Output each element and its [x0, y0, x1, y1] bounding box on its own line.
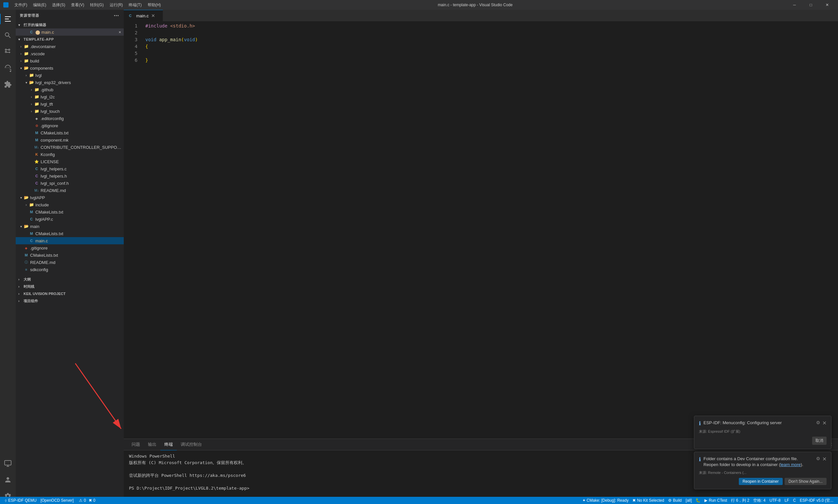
tree-readme-md[interactable]: M↓ README.md: [16, 187, 124, 194]
menu-goto[interactable]: 转到(G): [87, 2, 106, 8]
open-file-main-c[interactable]: C ⬤ main.c ✕: [16, 29, 124, 36]
status-line-col[interactable]: 行 6，列 2: [729, 497, 751, 504]
status-esp-idf[interactable]: ESP-IDF v5.0 (官...: [798, 497, 835, 504]
learn-more-link[interactable]: learn more: [780, 462, 801, 467]
menu-edit[interactable]: 编辑(E): [31, 2, 49, 8]
code-editor[interactable]: #include <stdio.h> void app_main ( void …: [140, 21, 838, 438]
tree-cmakelists2[interactable]: M CMakeLists.txt: [16, 129, 124, 137]
tab-output[interactable]: 输出: [144, 439, 160, 450]
tree-main-folder[interactable]: ▾ 📂 main: [16, 223, 124, 230]
close-button[interactable]: ✕: [820, 0, 835, 10]
tree-build[interactable]: › 📁 build: [16, 57, 124, 65]
tree-label: CMakeLists.txt: [35, 210, 63, 215]
project-section[interactable]: ▾ TEMPLATE-APP: [16, 36, 124, 43]
brace-close: }: [145, 57, 148, 64]
tree-main-c[interactable]: C main.c: [16, 237, 124, 244]
tree-gitignore-root[interactable]: ◈ .gitignore: [16, 244, 124, 252]
activity-accounts[interactable]: [0, 472, 16, 488]
status-lang[interactable]: C: [791, 497, 798, 504]
menu-help[interactable]: 帮助(H): [145, 2, 164, 8]
activity-run-debug[interactable]: [0, 60, 16, 76]
status-debug[interactable]: 🐛: [694, 497, 702, 504]
activity-remote[interactable]: [0, 455, 16, 471]
line-num-2: 2: [126, 30, 138, 36]
status-no-kit[interactable]: ✖ No Kit Selected: [630, 497, 666, 504]
status-errors[interactable]: ⚠ 0 ✖ 0: [77, 497, 97, 504]
notif-esp-cancel-button[interactable]: 取消: [812, 437, 826, 445]
status-cmake[interactable]: ✦ CMake: [Debug]: Ready: [580, 497, 630, 504]
tree-lvgl-tft[interactable]: › 📁 lvgl_tft: [16, 101, 124, 108]
tree-editorconfig[interactable]: ◈ .editorconfig: [16, 115, 124, 122]
tree-kconfig[interactable]: K Kconfig: [16, 151, 124, 158]
tree-lvglapp[interactable]: ▾ 📂 lvglAPP: [16, 194, 124, 201]
tree-cmakelists-lvglapp[interactable]: M CMakeLists.txt: [16, 208, 124, 216]
maximize-button[interactable]: □: [803, 0, 818, 10]
notif-container-gear-icon[interactable]: ⚙: [816, 456, 820, 462]
tree-lvglapp-c[interactable]: C lvglAPP.c: [16, 216, 124, 223]
menu-view[interactable]: 查看(V): [68, 2, 87, 8]
tree-lvgl-helpers-h[interactable]: C lvgl_helpers.h: [16, 173, 124, 180]
tree-gitignore2[interactable]: ⚙ .gitignore: [16, 122, 124, 129]
status-all[interactable]: [all]: [684, 497, 694, 504]
tab-main-c[interactable]: C main.c ✕: [124, 10, 163, 21]
menu-terminal[interactable]: 终端(T): [126, 2, 144, 8]
tree-label: build: [30, 58, 39, 64]
tree-componentmk[interactable]: M component.mk: [16, 137, 124, 144]
keil-section[interactable]: › KEIL UVISION PROJECT: [16, 290, 124, 297]
activity-extensions[interactable]: [0, 76, 16, 92]
warnings-label: 0: [93, 498, 95, 503]
tree-readme-root[interactable]: ⓘ README.md: [16, 259, 124, 266]
tree-lvgl-helpers-c[interactable]: C lvgl_helpers.c: [16, 165, 124, 173]
sidebar-content[interactable]: ▾ 打开的编辑器 C ⬤ main.c ✕ ▾ TEMPLATE-APP › 📁…: [16, 21, 124, 504]
new-file-button[interactable]: ⋯: [112, 12, 120, 19]
notif-esp-close-icon[interactable]: ✕: [822, 420, 826, 426]
notif-esp-gear-icon[interactable]: ⚙: [816, 420, 820, 426]
tab-close-button[interactable]: ✕: [151, 13, 156, 18]
status-eol[interactable]: LF: [783, 497, 791, 504]
notif-container-actions: Reopen in Container Don't Show Again...: [699, 478, 826, 485]
outline-section[interactable]: › 大纲: [16, 276, 124, 283]
status-openocd[interactable]: [OpenOCD Server]: [39, 497, 76, 504]
open-editors-section[interactable]: ▾ 打开的编辑器: [16, 21, 124, 29]
tree-lvgl-spi-conf-h[interactable]: C lvgl_spi_conf.h: [16, 180, 124, 187]
editor-area[interactable]: 1 2 3 4 5 6 #include <stdio.h> void app_…: [124, 21, 838, 438]
tree-devcontainer[interactable]: › 📁 .devcontainer: [16, 43, 124, 50]
tree-contribute[interactable]: M↓ CONTRIBUTE_CONTROLLER_SUPPORT.md: [16, 144, 124, 151]
menu-file[interactable]: 文件(F): [12, 2, 30, 8]
tree-github[interactable]: › 📁 .github: [16, 86, 124, 93]
status-spaces[interactable]: 空格: 4: [751, 497, 767, 504]
status-encoding[interactable]: UTF-8: [768, 497, 783, 504]
tree-lvgl-touch[interactable]: › 📁 lvgl_touch: [16, 108, 124, 115]
header-include: <stdio.h>: [170, 22, 195, 30]
md-icon: M↓: [34, 145, 39, 150]
tree-include[interactable]: › 📁 include: [16, 201, 124, 208]
status-run[interactable]: ▶ Run CTest: [702, 497, 729, 504]
tree-lvgl-i2c[interactable]: › 📁 lvgl_i2c: [16, 93, 124, 101]
status-remote[interactable]: ⎀ ESP-IDF QEMU: [3, 497, 39, 504]
tab-terminal[interactable]: 终端: [160, 439, 177, 450]
dont-show-again-button[interactable]: Don't Show Again...: [785, 478, 826, 485]
tree-vscode[interactable]: › 📁 .vscode: [16, 50, 124, 57]
reopen-in-container-button[interactable]: Reopen in Container: [739, 478, 783, 485]
tree-cmakelists-main[interactable]: M CMakeLists.txt: [16, 230, 124, 237]
tree-sdkconfig[interactable]: ≡ sdkconfig: [16, 266, 124, 273]
notif-container-close-icon[interactable]: ✕: [822, 456, 826, 462]
activity-search[interactable]: [0, 28, 16, 43]
tab-debug-console[interactable]: 调试控制台: [177, 439, 206, 450]
tree-components[interactable]: ▾ 📂 components: [16, 65, 124, 72]
code-line-6: }: [145, 57, 833, 64]
status-build[interactable]: ⚙ Build: [666, 497, 684, 504]
tab-problems[interactable]: 问题: [128, 439, 144, 450]
tree-cmakelists-root[interactable]: M CMakeLists.txt: [16, 252, 124, 259]
tree-lvgl[interactable]: › 📁 lvgl: [16, 72, 124, 79]
activity-source-control[interactable]: [0, 44, 16, 59]
tree-lvgl-esp32[interactable]: ▾ 📂 lvgl_esp32_drivers: [16, 79, 124, 86]
menu-run[interactable]: 运行(R): [107, 2, 126, 8]
close-tab-icon[interactable]: ✕: [117, 31, 122, 34]
menu-select[interactable]: 选择(S): [49, 2, 68, 8]
tree-license[interactable]: ⭐ LICENSE: [16, 158, 124, 165]
minimize-button[interactable]: ─: [787, 0, 802, 10]
project-group-section[interactable]: › 项目组件: [16, 297, 124, 305]
activity-explorer[interactable]: [0, 11, 16, 27]
timeline-section[interactable]: › 时间线: [16, 283, 124, 290]
